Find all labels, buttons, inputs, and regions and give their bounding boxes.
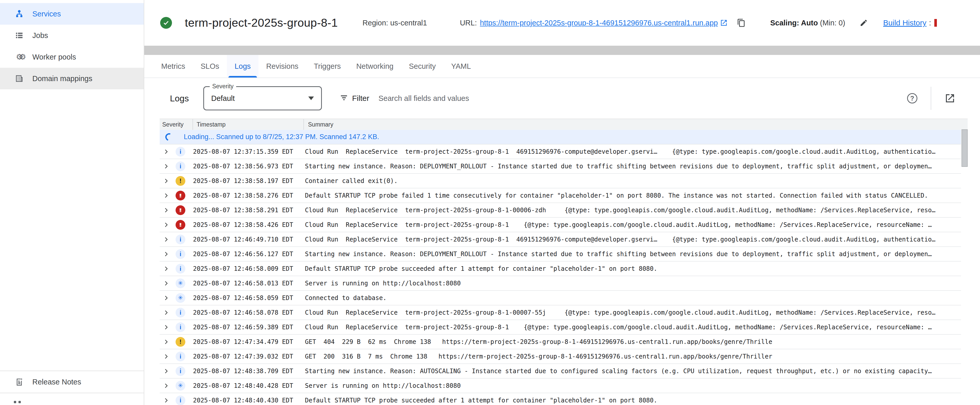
expand-chevron-icon[interactable] xyxy=(163,265,169,272)
search-input[interactable]: Search all fields and values xyxy=(379,94,469,103)
severity-icon: i xyxy=(175,249,185,259)
filter-button[interactable]: Filter xyxy=(340,94,369,103)
vertical-scrollbar[interactable] xyxy=(961,129,968,167)
chevron-down-icon xyxy=(308,97,314,100)
log-row[interactable]: !! 2025-08-07 12:38:58.276 EDT Default S… xyxy=(160,188,961,202)
log-row[interactable]: i 2025-08-07 12:48:40.430 EDT Default ST… xyxy=(160,393,961,405)
tab[interactable]: Metrics xyxy=(153,55,193,78)
expand-chevron-icon[interactable] xyxy=(163,295,169,301)
severity-icon: !! xyxy=(175,191,185,200)
expand-chevron-icon[interactable] xyxy=(163,163,169,170)
open-logs-explorer-icon[interactable] xyxy=(945,93,955,104)
severity-icon: ✳ xyxy=(175,278,185,288)
region-text: Region: us-central1 xyxy=(363,19,427,27)
log-row[interactable]: ✳ 2025-08-07 12:46:58.059 EDT Connected … xyxy=(160,290,961,305)
sidebar-partial-item xyxy=(0,393,144,405)
logs-heading: Logs xyxy=(170,94,189,103)
filter-list-icon xyxy=(340,94,348,103)
log-timestamp: 2025-08-07 12:47:34.479 EDT xyxy=(193,338,305,345)
loading-status-row: Loading... Scanned up to 8/7/25, 12:37 P… xyxy=(160,130,961,144)
edit-scaling-pencil-icon[interactable] xyxy=(860,19,868,27)
log-row[interactable]: i 2025-08-07 12:47:39.032 EDT GET 200 31… xyxy=(160,349,961,364)
horizontal-scrollbar-band[interactable] xyxy=(144,46,980,55)
log-row[interactable]: i 2025-08-07 12:46:49.710 EDT Cloud Run … xyxy=(160,232,961,246)
log-timestamp: 2025-08-07 12:47:39.032 EDT xyxy=(193,353,305,360)
log-timestamp: 2025-08-07 12:46:58.009 EDT xyxy=(193,265,305,272)
severity-icon: !! xyxy=(175,220,185,230)
log-summary: GET 200 316 B 7 ms Chrome 138 https://te… xyxy=(305,353,961,360)
column-header-severity: Severity xyxy=(160,119,193,130)
log-summary: Cloud Run ReplaceService term-project-20… xyxy=(305,221,961,229)
sidebar-item-release-notes[interactable]: Release Notes xyxy=(0,371,144,393)
loading-spinner-icon xyxy=(164,132,174,142)
open-in-new-icon[interactable] xyxy=(720,19,728,27)
sidebar-item-jobs[interactable]: Jobs xyxy=(0,25,144,46)
log-summary: Container called exit(0). xyxy=(305,177,961,184)
tab[interactable]: Revisions xyxy=(258,55,306,78)
copy-icon[interactable] xyxy=(737,19,746,27)
log-row[interactable]: i 2025-08-07 12:37:15.359 EDT Cloud Run … xyxy=(160,144,961,159)
expand-chevron-icon[interactable] xyxy=(163,309,169,316)
url-label: URL: xyxy=(460,19,477,27)
expand-chevron-icon[interactable] xyxy=(163,383,169,389)
expand-chevron-icon[interactable] xyxy=(163,251,169,257)
severity-select-label: Severity xyxy=(210,83,236,90)
expand-chevron-icon[interactable] xyxy=(163,148,169,155)
expand-chevron-icon[interactable] xyxy=(163,368,169,375)
tab[interactable]: SLOs xyxy=(193,55,227,78)
expand-chevron-icon[interactable] xyxy=(163,192,169,199)
service-url-link[interactable]: https://term-project-2025s-group-8-1-469… xyxy=(480,19,718,27)
log-row[interactable]: ✳ 2025-08-07 12:48:40.428 EDT Server is … xyxy=(160,378,961,393)
expand-chevron-icon[interactable] xyxy=(163,236,169,243)
sidebar-item-domain-mappings[interactable]: Domain mappings xyxy=(0,68,144,89)
log-row[interactable]: ! 2025-08-07 12:47:34.479 EDT GET 404 22… xyxy=(160,334,961,349)
help-icon[interactable]: ? xyxy=(907,93,917,103)
expand-chevron-icon[interactable] xyxy=(163,178,169,184)
expand-chevron-icon[interactable] xyxy=(163,221,169,228)
expand-chevron-icon[interactable] xyxy=(163,207,169,214)
severity-icon: i xyxy=(175,352,185,361)
severity-icon: i xyxy=(175,395,185,405)
expand-chevron-icon[interactable] xyxy=(163,324,169,330)
log-summary: Starting new instance. Reason: AUTOSCALI… xyxy=(305,367,961,375)
sidebar-item-services[interactable]: Services xyxy=(0,3,144,25)
expand-chevron-icon[interactable] xyxy=(163,338,169,345)
sidebar-item-label: Release Notes xyxy=(32,378,81,386)
build-history-link[interactable]: Build History xyxy=(883,19,926,27)
log-timestamp: 2025-08-07 12:46:49.710 EDT xyxy=(193,236,305,243)
tab[interactable]: YAML xyxy=(444,55,479,78)
tab-label: Logs xyxy=(235,62,251,71)
expand-chevron-icon[interactable] xyxy=(163,353,169,360)
severity-select-value: Default xyxy=(211,94,235,103)
log-row[interactable]: !! 2025-08-07 12:38:58.426 EDT Cloud Run… xyxy=(160,217,961,232)
toolbar-right-icons: ? xyxy=(907,87,955,110)
log-row[interactable]: i 2025-08-07 12:46:59.389 EDT Cloud Run … xyxy=(160,319,961,334)
log-row[interactable]: i 2025-08-07 12:46:58.009 EDT Default ST… xyxy=(160,261,961,276)
log-row[interactable]: !! 2025-08-07 12:38:58.291 EDT Cloud Run… xyxy=(160,202,961,217)
severity-icon: i xyxy=(175,308,185,318)
log-row[interactable]: ✳ 2025-08-07 12:46:58.013 EDT Server is … xyxy=(160,276,961,290)
expand-chevron-icon[interactable] xyxy=(163,280,169,287)
log-row[interactable]: i 2025-08-07 12:46:58.078 EDT Cloud Run … xyxy=(160,305,961,319)
cloud-run-service-page: Services Jobs ⚙⚙ Worker pools xyxy=(0,0,980,405)
log-row[interactable]: i 2025-08-07 12:46:56.127 EDT Starting n… xyxy=(160,246,961,261)
sidebar-item-worker-pools[interactable]: ⚙⚙ Worker pools xyxy=(0,46,144,68)
log-row[interactable]: ! 2025-08-07 12:38:58.197 EDT Container … xyxy=(160,173,961,188)
log-row[interactable]: i 2025-08-07 12:48:38.709 EDT Starting n… xyxy=(160,364,961,378)
tab[interactable]: Networking xyxy=(348,55,401,78)
tab[interactable]: Triggers xyxy=(306,55,348,78)
log-timestamp: 2025-08-07 12:38:58.276 EDT xyxy=(193,192,305,199)
jobs-list-icon xyxy=(14,30,24,40)
log-table: Severity Timestamp Summary Loading... Sc… xyxy=(160,119,968,405)
tab-bar: Metrics SLOs Logs Revisions Triggers Net… xyxy=(144,55,980,78)
logs-toolbar: Logs Severity Default Filter Search all … xyxy=(144,78,980,119)
tab[interactable]: Security xyxy=(401,55,444,78)
tab[interactable]: Logs xyxy=(227,55,258,78)
log-timestamp: 2025-08-07 12:48:40.428 EDT xyxy=(193,382,305,389)
severity-icon: ✳ xyxy=(175,293,185,303)
expand-chevron-icon[interactable] xyxy=(163,397,169,404)
log-summary: Starting new instance. Reason: DEPLOYMEN… xyxy=(305,251,961,258)
log-row[interactable]: i 2025-08-07 12:38:56.973 EDT Starting n… xyxy=(160,159,961,173)
log-timestamp: 2025-08-07 12:46:56.127 EDT xyxy=(193,251,305,258)
severity-select[interactable]: Severity Default xyxy=(203,86,322,110)
